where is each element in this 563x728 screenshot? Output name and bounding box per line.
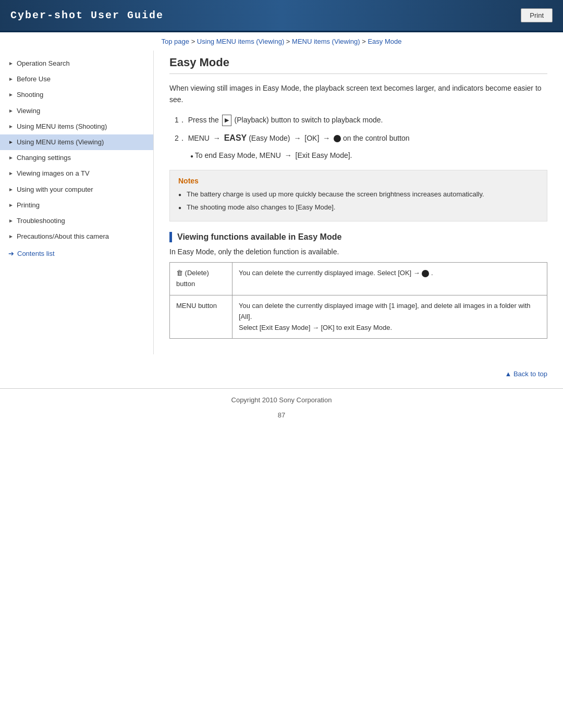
breadcrumb: Top page > Using MENU items (Viewing) > … [0, 32, 563, 51]
sidebar-arrow: ► [8, 91, 14, 98]
sidebar-label: Printing [17, 201, 40, 210]
section-heading-text: Viewing functions available in Easy Mode [177, 232, 341, 242]
table-cell-menu-label: MENU button [170, 295, 232, 339]
sub-bullet: To end Easy Mode, MENU → [Exit Easy Mode… [190, 150, 547, 161]
sidebar-arrow: ► [8, 123, 14, 130]
contents-list-link[interactable]: ➔ Contents list [0, 244, 153, 263]
step-2: 2． MENU → EASY (Easy Mode) → [OK] → on t… [175, 131, 547, 145]
print-button[interactable]: Print [521, 8, 553, 22]
sidebar-item-printing[interactable]: ► Printing [0, 198, 153, 213]
sidebar-label: Operation Search [17, 59, 70, 68]
page-number: 87 [0, 411, 563, 429]
sidebar-item-before-use[interactable]: ► Before Use [0, 71, 153, 87]
sidebar-label: Troubleshooting [17, 216, 65, 226]
delete-icon: 🗑 [176, 269, 183, 277]
sidebar-label: Viewing images on a TV [17, 169, 90, 178]
breadcrumb-easy-mode[interactable]: Easy Mode [368, 38, 401, 45]
back-to-top-link[interactable]: Back to top [505, 370, 547, 378]
breadcrumb-top[interactable]: Top page [162, 38, 190, 45]
sidebar-arrow: ► [8, 170, 14, 177]
sidebar-item-menu-viewing[interactable]: ► Using MENU items (Viewing) [0, 134, 153, 150]
step-1: 1． Press the ▶ (Playback) button to swit… [175, 114, 547, 126]
arrow-sym: → [213, 134, 221, 142]
circle-button-icon-2 [422, 270, 429, 277]
sidebar-arrow: ► [8, 107, 14, 115]
sidebar-item-changing-settings[interactable]: ► Changing settings [0, 150, 153, 166]
contents-arrow-icon: ➔ [8, 250, 14, 257]
arrow-sym3: → [323, 134, 330, 142]
sidebar-item-menu-shooting[interactable]: ► Using MENU items (Shooting) [0, 119, 153, 134]
easy-label: EASY [224, 133, 247, 142]
sidebar-item-shooting[interactable]: ► Shooting [0, 87, 153, 103]
sidebar-label: Precautions/About this camera [17, 232, 109, 241]
table-row-delete: 🗑 (Delete) button You can delete the cur… [170, 263, 547, 295]
notes-item-1: The battery charge is used up more quick… [178, 189, 538, 200]
step-num: 2． [175, 134, 186, 142]
section-heading: Viewing functions available in Easy Mode [169, 232, 547, 242]
main-layout: ► Operation Search ► Before Use ► Shooti… [0, 51, 563, 354]
table-cell-menu-desc: You can delete the currently displayed i… [232, 295, 547, 339]
copyright-text: Copyright 2010 Sony Corporation [0, 389, 563, 411]
sidebar-arrow: ► [8, 76, 14, 83]
sidebar-label: Changing settings [17, 153, 71, 163]
notes-item-2: The shooting mode also changes to [Easy … [178, 202, 538, 213]
table-row-menu: MENU button You can delete the currently… [170, 295, 547, 339]
sidebar-item-precautions[interactable]: ► Precautions/About this camera [0, 229, 153, 244]
table-cell-delete-label: 🗑 (Delete) button [170, 263, 232, 295]
sidebar: ► Operation Search ► Before Use ► Shooti… [0, 51, 154, 354]
playback-icon: ▶ [222, 115, 231, 126]
breadcrumb-viewing-menu[interactable]: Using MENU items (Viewing) [197, 38, 284, 45]
sidebar-item-operation-search[interactable]: ► Operation Search [0, 56, 153, 71]
functions-table: 🗑 (Delete) button You can delete the cur… [169, 262, 547, 339]
notes-box: Notes The battery charge is used up more… [169, 170, 547, 222]
sidebar-item-viewing-tv[interactable]: ► Viewing images on a TV [0, 166, 153, 181]
sidebar-arrow: ► [8, 186, 14, 193]
breadcrumb-menu-items[interactable]: MENU items (Viewing) [292, 38, 360, 45]
main-content: Easy Mode When viewing still images in E… [154, 51, 563, 354]
sidebar-arrow: ► [8, 202, 14, 209]
sidebar-label: Using MENU items (Viewing) [17, 138, 104, 147]
breadcrumb-sep3: > [362, 38, 368, 45]
table-cell-delete-desc: You can delete the currently displayed i… [232, 263, 547, 295]
page-title: Easy Mode [169, 56, 547, 74]
sidebar-arrow: ► [8, 60, 14, 67]
section-sub-text: In Easy Mode, only the deletion function… [169, 248, 547, 256]
sidebar-arrow: ► [8, 154, 14, 162]
sidebar-label: Before Use [17, 75, 51, 84]
sidebar-arrow: ► [8, 217, 14, 225]
header-title: Cyber-shot User Guide [10, 9, 164, 21]
sidebar-arrow: ► [8, 139, 14, 146]
notes-title: Notes [178, 177, 538, 185]
intro-paragraph: When viewing still images in Easy Mode, … [169, 82, 547, 106]
sidebar-label: Shooting [17, 90, 43, 100]
arrow-sym2: → [293, 134, 301, 142]
header: Cyber-shot User Guide Print [0, 0, 563, 32]
sidebar-item-computer[interactable]: ► Using with your computer [0, 182, 153, 198]
sidebar-item-troubleshooting[interactable]: ► Troubleshooting [0, 213, 153, 229]
step-num: 1． [175, 116, 186, 124]
sidebar-label: Using with your computer [17, 185, 93, 194]
steps-list: 1． Press the ▶ (Playback) button to swit… [175, 114, 547, 162]
sidebar-item-viewing[interactable]: ► Viewing [0, 103, 153, 119]
circle-button-icon [334, 135, 341, 142]
sidebar-label: Using MENU items (Shooting) [17, 122, 107, 131]
sidebar-label: Viewing [17, 106, 40, 116]
breadcrumb-sep2: > [286, 38, 292, 45]
section-bar-icon [169, 232, 172, 242]
sidebar-arrow: ► [8, 233, 14, 240]
footer-area: Back to top [0, 365, 563, 383]
arrow-sym4: → [285, 151, 292, 159]
contents-list-label: Contents list [17, 250, 55, 257]
breadcrumb-sep1: > [191, 38, 197, 45]
